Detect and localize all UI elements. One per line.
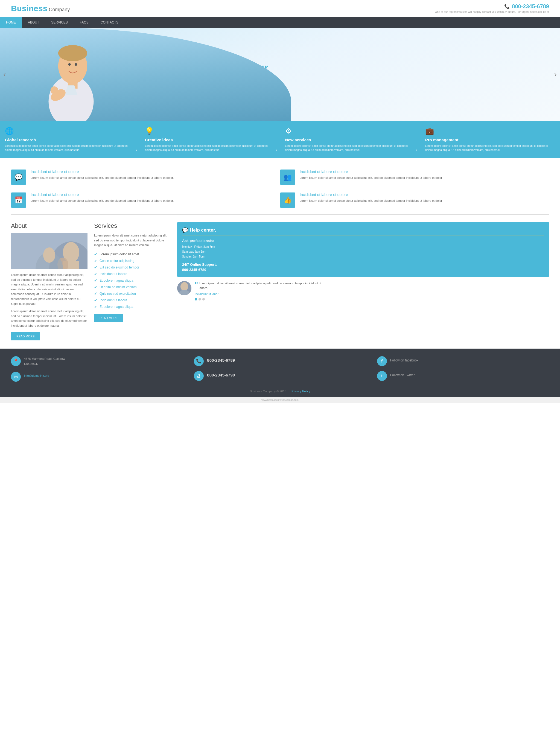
twitter-icon: t [377, 371, 387, 381]
header-tagline: One of our representatives will happily … [435, 10, 549, 13]
svg-point-6 [51, 86, 58, 94]
feature-item-2: ⚙ New services Lorem ipsum dolor sit ame… [280, 121, 420, 158]
email-link[interactable]: info@demolink.org [24, 374, 49, 377]
email-icon: ✉ [11, 372, 21, 382]
service-icon-title-3: Incididunt ut labore et dolore [300, 192, 442, 197]
main-content: About Lorem ipsum dolor sit amet conse c… [0, 215, 560, 349]
logo-company: Company [47, 7, 70, 12]
feature-title-1: Creative ideas [145, 138, 275, 142]
feature-item-3: 💼 Pro management Lorem ipsum dolor sit a… [420, 121, 560, 158]
footer-phone-1: 📞 800-2345-6789 [194, 356, 366, 366]
site-header: Business Company 📞 800-2345-6789 One of … [0, 0, 560, 17]
services-list-item-7: ✔Incididunt ut labore [94, 297, 171, 303]
about-column: About Lorem ipsum dolor sit amet conse c… [11, 222, 87, 340]
testimonial: " Lorem ipsum dolor sit amet conse ctetu… [177, 281, 549, 300]
watermark: www.heritagechristiancollege.com [0, 397, 560, 403]
fax-icon: 🖨 [194, 371, 204, 381]
svg-point-7 [68, 63, 71, 66]
service-icon-item-3: 👍 Incididunt ut labore et dolore Lorem i… [280, 189, 549, 212]
service-icon-title-1: Incididunt ut labore et dolore [300, 170, 442, 174]
dot-3[interactable] [202, 298, 205, 300]
ask-professionals-title: Ask professionals: [182, 239, 544, 243]
services-list-item-8: ✔Et dolore magna aliqua [94, 303, 171, 310]
check-icon: ✔ [94, 278, 97, 283]
services-link-5[interactable]: Ut enim ad minim veniam [100, 285, 136, 289]
footer-phone-2: 🖨 800-2345-6790 [194, 371, 366, 381]
help-hours: Monday - Friday: 8am-7pmSaturday: 9am-3p… [182, 244, 544, 259]
feature-arrow-1: › [276, 148, 277, 153]
svg-point-8 [75, 63, 77, 66]
service-icon-item-2: 📅 Incididunt ut labore et dolore Lorem i… [11, 189, 280, 212]
help-column: 💬 Help center. Ask professionals: Monday… [177, 222, 549, 300]
footer-address-text: 4578 Marmora Road, GlasgowD04 89GR [24, 356, 65, 367]
about-text-1: Lorem ipsum dolor sit amet conse ctetur … [11, 273, 87, 306]
footer-address: 📍 4578 Marmora Road, GlasgowD04 89GR [11, 356, 183, 367]
services-link-6[interactable]: Quis nostrud exercitation [100, 292, 136, 296]
feature-title-0: Global research [5, 138, 135, 142]
services-list-item-0: ✔Lorem ipsum dolor sit amet [94, 251, 171, 258]
nav-faqs[interactable]: FAQS [74, 17, 95, 28]
services-link-4[interactable]: Et dolore magna aliqua [100, 279, 133, 282]
footer-phone-text-1: 800-2345-6789 [207, 356, 235, 363]
privacy-policy-link[interactable]: Privacy Policy [291, 390, 310, 393]
footer-twitter: t Follow on Twitter [377, 371, 549, 381]
features-bar: 🌐 Global research Lorem ipsum dolor sit … [0, 121, 560, 158]
dot-1[interactable] [195, 298, 197, 300]
logo-business: Business [11, 4, 47, 13]
check-icon: ✔ [94, 291, 97, 296]
quote-mark: " [195, 281, 198, 288]
hero-arrow-left[interactable]: ‹ [3, 70, 6, 79]
chat-icon: 💬 [182, 227, 188, 233]
services-intro: Lorem ipsum dolor sit amet conse ctetur … [94, 233, 171, 248]
feature-item-1: 💡 Creative ideas Lorem ipsum dolor sit a… [140, 121, 280, 158]
service-icon-title-0: Incididunt ut labore et dolore [31, 170, 174, 174]
main-nav: HOME ABOUT SERVICES FAQS CONTACTS [0, 17, 560, 28]
dot-2[interactable] [199, 298, 201, 300]
services-link-1[interactable]: Conse ctetur adipisicing [100, 259, 134, 263]
feature-arrow-0: › [136, 148, 137, 153]
nav-about[interactable]: ABOUT [22, 17, 45, 28]
feature-text-2: Lorem ipsum dolor sit amet conse ctetur … [285, 144, 415, 152]
service-icon-text-2: Lorem ipsum dolor sit amet conse ctetur … [31, 198, 174, 203]
check-icon: ✔ [94, 272, 97, 276]
header-phone: 800-2345-6789 [512, 3, 549, 10]
nav-home[interactable]: HOME [0, 17, 22, 28]
service-icon-box-2: 📅 [11, 192, 26, 208]
hero-arrow-right[interactable]: › [554, 70, 557, 79]
about-title: About [11, 222, 87, 229]
footer-col-1: 📍 4578 Marmora Road, GlasgowD04 89GR ✉ i… [11, 356, 188, 382]
feature-icon-0: 🌐 [5, 127, 135, 135]
footer-facebook: f Follow on facebook [377, 356, 549, 366]
nav-services[interactable]: SERVICES [45, 17, 74, 28]
services-link-7[interactable]: Incididunt ut labore [100, 298, 127, 302]
services-list-item-6: ✔Quis nostrud exercitation [94, 290, 171, 297]
support-phone: 800-2345-6789 [182, 268, 544, 272]
feature-arrow-2: › [416, 148, 417, 153]
services-link-2[interactable]: Elit sed do eiusmod tempor [100, 265, 139, 269]
services-list-item-3: ✔Incididunt ut labore [94, 271, 171, 277]
about-text-2: Lorem ipsum dolor sit amet conse ctetur … [11, 309, 87, 328]
feature-icon-2: ⚙ [285, 127, 415, 135]
help-divider [182, 235, 544, 235]
about-read-more-button[interactable]: READ MORE [11, 332, 40, 340]
services-link-3[interactable]: Incididunt ut labore [100, 272, 127, 276]
svg-point-17 [180, 282, 188, 291]
services-link-8[interactable]: Et dolore magna aliqua [100, 305, 133, 309]
services-read-more-button[interactable]: READ MORE [94, 314, 123, 322]
nav-contacts[interactable]: CONTACTS [95, 17, 124, 28]
location-icon: 📍 [11, 356, 21, 366]
footer-bottom: Business Company © 2015. Privacy Policy [11, 386, 549, 393]
check-icon: ✔ [94, 285, 97, 289]
testimonial-avatar [177, 281, 191, 295]
help-center-title: 💬 Help center. [182, 227, 544, 233]
testimonial-text: Lorem ipsum dolor sit amet conse ctetur … [195, 281, 327, 290]
feature-icon-3: 💼 [425, 127, 555, 135]
services-title: Services [94, 222, 171, 229]
testimonial-link[interactable]: Incididunt ut labor [195, 292, 218, 296]
check-icon: ✔ [94, 252, 97, 256]
service-icon-item-0: 💬 Incididunt ut labore et dolore Lorem i… [11, 166, 280, 189]
hero-person-image [16, 31, 126, 121]
header-contact: 📞 800-2345-6789 One of our representativ… [435, 3, 549, 13]
feature-title-3: Pro management [425, 138, 555, 142]
services-list-item-1: ✔Conse ctetur adipisicing [94, 258, 171, 264]
